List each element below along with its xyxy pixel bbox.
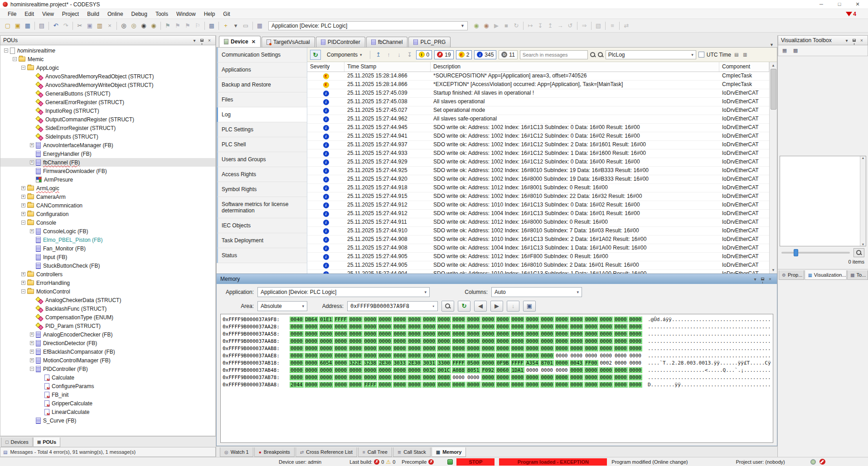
panel-tab-watch-1[interactable]: ◎Watch 1 (220, 447, 253, 457)
panel-menu-icon[interactable]: ▾ (844, 38, 850, 43)
print-icon[interactable]: ▤ (37, 21, 47, 31)
memory-word[interactable]: 1DA1 (511, 367, 525, 373)
memory-word[interactable]: 0000 (422, 338, 436, 344)
panel-menu-icon[interactable]: ▾ (752, 277, 758, 282)
memory-word[interactable]: 0000 (614, 367, 628, 373)
memory-word[interactable]: 0000 (614, 375, 628, 380)
step-over-icon[interactable]: ↦ (525, 21, 535, 31)
editor-tab-targetvsactual[interactable]: TargetVsActual (262, 37, 315, 47)
memory-word[interactable]: 0000 (393, 382, 407, 388)
column-header-description[interactable]: Description (431, 62, 719, 72)
memory-word[interactable]: 0000 (584, 338, 598, 344)
memory-word[interactable]: 0000 (378, 346, 392, 351)
tree-item[interactable]: −Memic (0, 55, 215, 63)
memory-word[interactable]: 0000 (305, 324, 319, 330)
memory-address-combo[interactable]: 0xFFFF9B000037A9F8 ▾ (347, 301, 438, 311)
write-values-icon[interactable]: ≡ (607, 21, 617, 31)
menu-edit[interactable]: Edit (20, 10, 38, 18)
paste-icon[interactable]: ▥ (95, 21, 105, 31)
memory-word[interactable]: 0000 (481, 353, 495, 359)
device-menu-software-metrics-for-license-determination[interactable]: Software metrics for license determinati… (217, 197, 307, 218)
step-out-icon[interactable]: ↥ (545, 21, 555, 31)
memory-word[interactable]: 0000 (570, 353, 584, 359)
menu-build[interactable]: Build (83, 10, 103, 18)
memory-word[interactable]: 0000 (511, 346, 525, 351)
memory-word[interactable]: 0000 (466, 346, 480, 351)
memory-word[interactable]: 0000 (481, 382, 495, 388)
scroll-up-icon[interactable]: ▲ (771, 62, 775, 69)
memory-word[interactable]: 0000 (422, 375, 436, 380)
memory-word[interactable]: 0000 (555, 317, 569, 322)
memory-word[interactable]: 0000 (599, 346, 613, 351)
expand-icon[interactable]: + (30, 358, 34, 362)
log-row[interactable]: i25.11.2025 15:27:45.038All slaves opera… (307, 98, 769, 106)
memory-word[interactable]: 0000 (364, 353, 378, 359)
panel-tab-memory[interactable]: ▦Memory (432, 447, 466, 457)
memory-word[interactable]: 0000 (334, 360, 348, 366)
expand-icon[interactable]: + (21, 281, 25, 285)
memory-area-select[interactable]: Absolute ▾ (257, 301, 307, 311)
active-application-selector[interactable]: Application [Device: PLC Logic] ▼ (268, 21, 468, 30)
memory-word[interactable]: 0000 (629, 338, 643, 344)
logger-selector[interactable]: PlcLog ▾ (606, 50, 696, 59)
memory-word[interactable]: 0000 (614, 331, 628, 337)
memory-word[interactable]: 0000 (540, 353, 554, 359)
log-row[interactable]: i25.11.2025 15:27:44.918SDO write ok: Ad… (307, 184, 769, 192)
slider-thumb[interactable] (794, 249, 798, 256)
memory-row[interactable]: 0xFFFF9B000037AA28:000000000000000000000… (223, 323, 771, 330)
memory-word[interactable]: 0000 (290, 324, 304, 330)
memory-word[interactable]: 0000 (452, 324, 466, 330)
panel-close-icon[interactable]: × (858, 38, 865, 43)
log-row[interactable]: i25.11.2025 15:27:44.912SDO write ok: Ad… (307, 201, 769, 210)
run-to-cursor-icon[interactable]: → (555, 21, 565, 31)
memory-word[interactable]: 0000 (511, 324, 525, 330)
tree-item[interactable]: −PIDController (FB) (0, 365, 215, 373)
tree-item[interactable]: Fan_Monitor (FB) (0, 244, 215, 253)
memory-word[interactable]: 0000 (540, 324, 554, 330)
column-header-time-stamp[interactable]: Time Stamp (344, 62, 431, 72)
device-menu-symbol-rights[interactable]: Symbol Rights (217, 182, 307, 197)
memory-word[interactable]: 0000 (407, 331, 422, 337)
tree-item[interactable]: +MotionControlManager (FB) (0, 356, 215, 365)
memory-word[interactable]: 0000 (364, 317, 378, 322)
memory-word[interactable]: 0000 (393, 346, 407, 351)
memory-word[interactable]: 0000 (525, 375, 539, 380)
utc-time-checkbox[interactable] (698, 52, 704, 58)
memory-word[interactable]: 0000 (629, 375, 643, 380)
tree-item[interactable]: OutputCommandRegister (STRUCT) (0, 115, 215, 124)
collapse-icon[interactable]: − (21, 66, 25, 70)
memory-word[interactable]: 0000 (407, 338, 422, 344)
tree-item[interactable]: Calculate (0, 373, 215, 382)
memory-word[interactable]: 0000 (584, 375, 598, 380)
tree-item[interactable]: +ArmLogic (0, 184, 215, 192)
collapse-icon[interactable]: − (13, 57, 17, 61)
scroll-down-icon[interactable]: ▼ (771, 267, 775, 274)
memory-word[interactable]: 0000 (481, 324, 495, 330)
messages-summary-bar[interactable]: ▤ Messages - Total 4 error(s), 91 warnin… (0, 447, 216, 457)
collapse-icon[interactable]: − (21, 289, 25, 293)
memory-word[interactable]: 0000 (290, 367, 304, 373)
delete-icon[interactable]: × (105, 21, 115, 31)
memory-word[interactable]: 0000 (349, 317, 363, 322)
memory-word[interactable]: 0000 (540, 338, 554, 344)
memory-word[interactable]: 0000 (378, 382, 392, 388)
tree-item[interactable]: Input (FB) (0, 253, 215, 261)
memory-word[interactable]: 0000 (407, 382, 422, 388)
dock-tab-visualization[interactable]: ▦Visualization... (805, 270, 847, 280)
memory-word[interactable]: 0000 (540, 346, 554, 351)
memory-row[interactable]: 0xFFFF9B000037AAB8:000000000000000000000… (223, 345, 771, 352)
open-project-icon[interactable]: ▣ (13, 21, 23, 31)
memory-word[interactable]: 0000 (511, 382, 525, 388)
navigator-tab-pous[interactable]: ▦POUs (33, 437, 60, 447)
logout-icon[interactable]: ◉ (481, 21, 491, 31)
memory-word[interactable]: 0000 (525, 324, 539, 330)
scroll-down-icon[interactable]: ▼ (862, 243, 865, 246)
search-icon[interactable] (590, 52, 596, 58)
start-icon[interactable]: ▶ (491, 21, 501, 31)
memory-columns-select[interactable]: Auto ▾ (491, 287, 582, 297)
login-icon[interactable]: ◉ (471, 21, 481, 31)
collapse-icon[interactable]: − (30, 367, 34, 371)
update-device-icon[interactable]: ▦ (255, 21, 265, 31)
memory-word[interactable]: 0000 (290, 346, 304, 351)
menu-debug[interactable]: Debug (127, 10, 151, 18)
